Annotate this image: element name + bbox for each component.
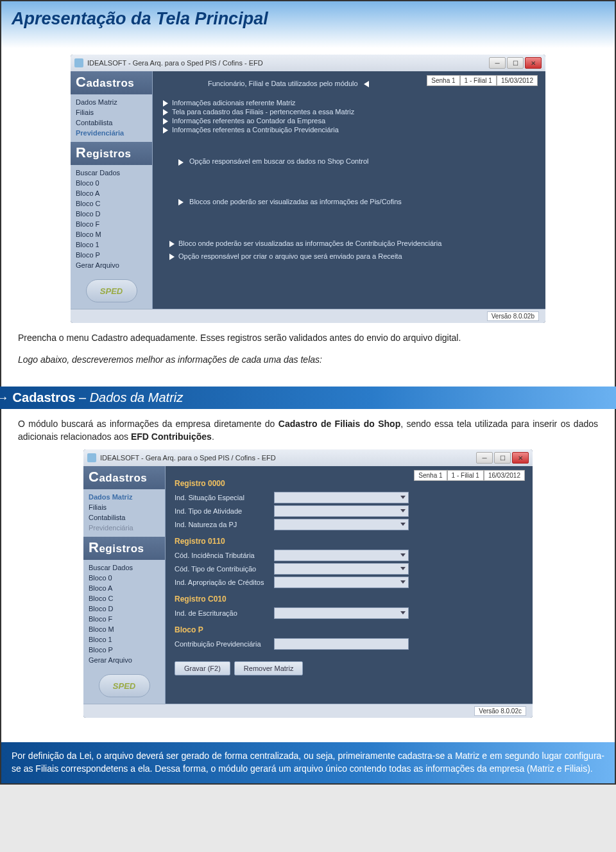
annotation-text: Informações adicionais referente Matriz [172,99,296,107]
dropdown-input[interactable] [274,577,409,588]
sidebar-item-bloco-1[interactable]: Bloco 1 [89,634,160,645]
paragraph-3: O módulo buscará as informações da empre… [15,418,601,449]
sidebar-item-bloco-c[interactable]: Bloco C [76,198,147,209]
version-label: Versão 8.0.02b [487,311,539,321]
minimize-icon[interactable]: ─ [476,452,493,464]
titlebar: IDEALSOFT - Gera Arq. para o Sped PIS / … [83,449,533,466]
top-info-strip: Senha 1 1 - Filial 1 16/03/2012 [414,470,525,481]
titlebar-text: IDEALSOFT - Gera Arq. para o Sped PIS / … [87,59,488,67]
sped-logo: SPED [86,279,137,302]
sidebar-item-bloco-a[interactable]: Bloco A [89,583,160,593]
sidebar-item-bloco-p[interactable]: Bloco P [89,645,160,655]
annotation-a4: Opção responsável por criar o arquivo qu… [178,252,402,260]
top-field-senha: Senha 1 [414,470,447,481]
sidebar-heading-registros: Registros [83,537,165,560]
form-row: Ind. Tipo de Atividade [175,505,524,517]
sidebar-item-filiais[interactable]: Filiais [89,502,160,512]
arrow-right-icon [178,199,184,205]
sidebar-item-bloco-m[interactable]: Bloco M [89,624,160,634]
text-input[interactable] [274,638,409,650]
sidebar-heading-cadastros: Cadastros [71,71,152,94]
arrow-right-icon [178,159,184,166]
sidebar-item-bloco-m[interactable]: Bloco M [76,229,147,239]
sidebar-item-bloco-c[interactable]: Bloco C [89,593,160,604]
form-label: Cód. Tipo de Contribuição [175,565,274,573]
sidebar-item-bloco-0[interactable]: Bloco 0 [89,573,160,583]
sidebar-item-bloco-p[interactable]: Bloco P [76,250,147,260]
sidebar-item-buscar-dados[interactable]: Buscar Dados [76,168,147,178]
sidebar-item-gerar-arquivo[interactable]: Gerar Arquivo [89,655,160,665]
sidebar-item-gerar-arquivo[interactable]: Gerar Arquivo [76,260,147,270]
sidebar-item-dados-matriz[interactable]: Dados Matriz [76,97,147,107]
sidebar-heading-cadastros-text: adastros [86,77,134,89]
sidebar-item-buscar-dados[interactable]: Buscar Dados [89,562,160,573]
dropdown-input[interactable] [274,505,409,517]
info-box: Por definição da Lei, o arquivo deverá s… [1,742,615,783]
gravar-f2--button[interactable]: Gravar (F2) [175,661,230,675]
sidebar-item-bloco-1[interactable]: Bloco 1 [76,239,147,250]
dropdown-input[interactable] [274,492,409,503]
arrow-right-icon: → [0,390,9,404]
sidebar-item-dados-matriz[interactable]: Dados Matriz [89,492,160,502]
arrow-left-icon [364,81,369,87]
close-icon[interactable]: ✕ [525,57,542,69]
remover-matriz-button[interactable]: Remover Matriz [234,661,304,675]
page-header-banner: Apresentação da Tela Principal [1,1,615,48]
dropdown-input[interactable] [274,550,409,561]
dropdown-input[interactable] [274,519,409,530]
sidebar-item-bloco-d[interactable]: Bloco D [89,604,160,614]
form-label: Ind. Apropriação de Créditos [175,578,274,586]
section-heading-bar: → Cadastros – Dados da Matriz [0,387,616,409]
maximize-icon[interactable]: ☐ [494,452,511,464]
arrow-right-icon [163,100,168,107]
section-main: Cadastros [13,390,76,404]
sidebar-item-previdenciária[interactable]: Previdenciária [89,523,160,533]
arrow-right-icon [163,118,168,125]
app-icon [74,58,83,67]
form-label: Contribuição Previdenciária [175,640,274,648]
sidebar-item-bloco-d[interactable]: Bloco D [76,209,147,219]
version-label: Versão 8.0.02c [474,706,526,716]
arrow-right-icon [169,254,175,260]
window-controls: ─ ☐ ✕ [488,57,542,69]
sidebar-item-previdenciária[interactable]: Previdenciária [76,128,147,138]
dropdown-input[interactable] [274,563,409,575]
form-group-title: Registro 0110 [175,537,524,546]
close-icon[interactable]: ✕ [512,452,529,464]
annotation-top-text: Funcionário, Filial e Data utilizados pe… [208,80,358,87]
paragraph-1: Preencha o menu Cadastro adequadamente. … [15,323,601,354]
paragraph-2: Logo abaixo, descreveremos melhor as inf… [15,354,601,376]
sidebar-item-bloco-0[interactable]: Bloco 0 [76,178,147,188]
form-label: Ind. Tipo de Atividade [175,507,274,515]
form-row: Contribuição Previdenciária [175,638,524,650]
top-field-date: 16/03/2012 [484,470,525,481]
sidebar: Cadastros Dados MatrizFiliaisContabilist… [83,466,166,704]
top-field-filial: 1 - Filial 1 [447,470,484,481]
maximize-icon[interactable]: ☐ [507,57,524,69]
arrow-right-icon [163,109,168,116]
sidebar-item-bloco-a[interactable]: Bloco A [76,188,147,198]
status-bar: Versão 8.0.02b [71,309,545,323]
sidebar-heading-registros: Registros [71,142,152,165]
sidebar-item-bloco-f[interactable]: Bloco F [76,219,147,229]
titlebar-text: IDEALSOFT - Gera Arq. para o Sped PIS / … [100,454,475,462]
form-label: Ind. Natureza da PJ [175,521,274,528]
sidebar-item-filiais[interactable]: Filiais [76,107,147,117]
form-row: Cód. Incidência Tributária [175,550,524,561]
annotation-a2: Blocos onde poderão ser visualizadas as … [189,198,402,205]
sidebar-item-contabilista[interactable]: Contabilista [89,512,160,523]
sidebar: Cadastros Dados MatrizFiliaisContabilist… [71,71,153,309]
window-controls: ─ ☐ ✕ [475,452,529,464]
annotation-text: Informações referentes a Contribuição Pr… [172,126,339,134]
minimize-icon[interactable]: ─ [489,57,506,69]
form-row: Cód. Tipo de Contribuição [175,563,524,575]
screenshot-window-1: IDEALSOFT - Gera Arq. para o Sped PIS / … [71,55,545,323]
sidebar-item-contabilista[interactable]: Contabilista [76,117,147,128]
annotation-text: Informações referentes ao Contador da Em… [172,117,325,125]
annotation-text: Tela para cadastro das Filiais - pertenc… [172,108,354,116]
page-title: Apresentação da Tela Principal [12,9,604,29]
dropdown-input[interactable] [274,607,409,619]
form-label: Ind. de Escrituração [175,609,274,617]
sidebar-item-bloco-f[interactable]: Bloco F [89,614,160,624]
section-sub: Dados da Matriz [90,390,184,404]
